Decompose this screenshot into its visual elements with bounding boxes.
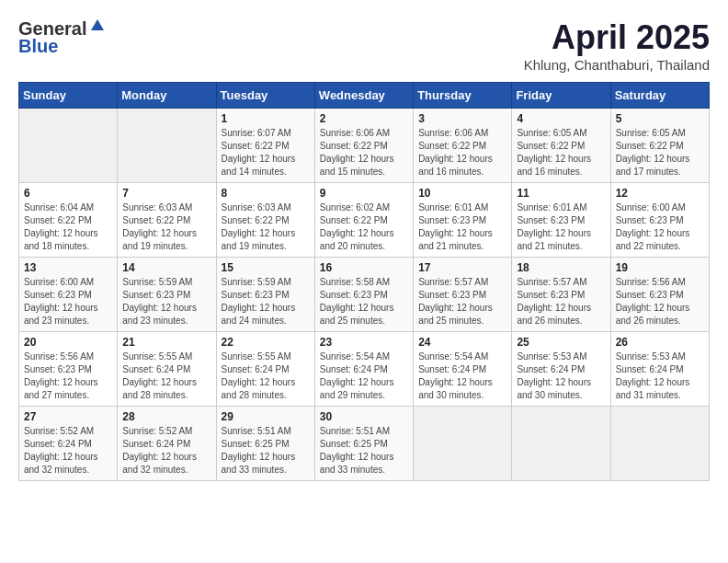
weekday-header: Friday — [512, 83, 610, 109]
header: General Blue April 2025 Khlung, Chanthab… — [18, 18, 710, 73]
day-number: 11 — [517, 187, 605, 200]
calendar-body: 1Sunrise: 6:07 AMSunset: 6:22 PMDaylight… — [19, 109, 710, 481]
day-number: 21 — [122, 336, 210, 349]
day-number: 26 — [616, 336, 704, 349]
calendar-cell — [610, 407, 709, 481]
header-row: SundayMondayTuesdayWednesdayThursdayFrid… — [19, 83, 710, 109]
cell-info: Sunrise: 5:59 AMSunset: 6:23 PMDaylight:… — [222, 276, 310, 327]
calendar-cell — [512, 407, 610, 481]
day-number: 10 — [418, 187, 506, 200]
calendar-cell: 20Sunrise: 5:56 AMSunset: 6:23 PMDayligh… — [19, 332, 118, 407]
calendar-week-row: 1Sunrise: 6:07 AMSunset: 6:22 PMDaylight… — [19, 109, 710, 183]
title-area: April 2025 Khlung, Chanthaburi, Thailand — [524, 18, 710, 73]
cell-info: Sunrise: 5:53 AMSunset: 6:24 PMDaylight:… — [517, 350, 605, 402]
day-number: 29 — [222, 410, 310, 423]
cell-info: Sunrise: 5:52 AMSunset: 6:24 PMDaylight:… — [24, 425, 112, 477]
calendar-cell: 27Sunrise: 5:52 AMSunset: 6:24 PMDayligh… — [19, 407, 118, 481]
calendar-cell: 29Sunrise: 5:51 AMSunset: 6:25 PMDayligh… — [216, 407, 314, 481]
calendar-cell: 7Sunrise: 6:03 AMSunset: 6:22 PMDaylight… — [118, 183, 216, 258]
cell-info: Sunrise: 6:06 AMSunset: 6:22 PMDaylight:… — [320, 127, 408, 178]
calendar-header: SundayMondayTuesdayWednesdayThursdayFrid… — [19, 83, 710, 109]
day-number: 15 — [222, 261, 310, 274]
day-number: 16 — [320, 261, 408, 274]
calendar-subtitle: Khlung, Chanthaburi, Thailand — [524, 57, 710, 73]
calendar-week-row: 6Sunrise: 6:04 AMSunset: 6:22 PMDaylight… — [19, 183, 710, 258]
calendar-cell: 5Sunrise: 6:05 AMSunset: 6:22 PMDaylight… — [610, 109, 709, 183]
cell-info: Sunrise: 5:56 AMSunset: 6:23 PMDaylight:… — [616, 276, 704, 327]
weekday-header: Thursday — [414, 83, 512, 109]
day-number: 23 — [320, 336, 408, 349]
day-number: 17 — [418, 261, 506, 274]
day-number: 12 — [616, 187, 704, 200]
day-number: 30 — [320, 410, 408, 423]
cell-info: Sunrise: 5:54 AMSunset: 6:24 PMDaylight:… — [418, 350, 506, 402]
calendar-cell: 13Sunrise: 6:00 AMSunset: 6:23 PMDayligh… — [19, 258, 118, 332]
cell-info: Sunrise: 6:05 AMSunset: 6:22 PMDaylight:… — [616, 127, 704, 178]
cell-info: Sunrise: 5:55 AMSunset: 6:24 PMDaylight:… — [222, 350, 310, 402]
calendar-cell: 21Sunrise: 5:55 AMSunset: 6:24 PMDayligh… — [118, 332, 216, 407]
calendar-cell: 10Sunrise: 6:01 AMSunset: 6:23 PMDayligh… — [414, 183, 512, 258]
cell-info: Sunrise: 5:52 AMSunset: 6:24 PMDaylight:… — [122, 425, 210, 477]
cell-info: Sunrise: 6:02 AMSunset: 6:22 PMDaylight:… — [320, 201, 408, 253]
cell-info: Sunrise: 5:54 AMSunset: 6:24 PMDaylight:… — [320, 350, 408, 402]
day-number: 2 — [320, 112, 408, 125]
svg-marker-0 — [91, 19, 104, 30]
calendar-cell: 16Sunrise: 5:58 AMSunset: 6:23 PMDayligh… — [314, 258, 413, 332]
calendar-cell: 24Sunrise: 5:54 AMSunset: 6:24 PMDayligh… — [414, 332, 512, 407]
day-number: 25 — [517, 336, 605, 349]
calendar-cell: 25Sunrise: 5:53 AMSunset: 6:24 PMDayligh… — [512, 332, 610, 407]
logo: General Blue — [18, 18, 106, 57]
logo-arrow-icon — [89, 17, 106, 38]
calendar-cell: 26Sunrise: 5:53 AMSunset: 6:24 PMDayligh… — [610, 332, 709, 407]
day-number: 22 — [222, 336, 310, 349]
calendar-cell: 6Sunrise: 6:04 AMSunset: 6:22 PMDaylight… — [19, 183, 118, 258]
calendar-cell: 9Sunrise: 6:02 AMSunset: 6:22 PMDaylight… — [314, 183, 413, 258]
day-number: 4 — [517, 112, 605, 125]
cell-info: Sunrise: 6:00 AMSunset: 6:23 PMDaylight:… — [24, 276, 112, 327]
day-number: 14 — [122, 261, 210, 274]
calendar-week-row: 13Sunrise: 6:00 AMSunset: 6:23 PMDayligh… — [19, 258, 710, 332]
calendar-cell: 1Sunrise: 6:07 AMSunset: 6:22 PMDaylight… — [216, 109, 314, 183]
cell-info: Sunrise: 5:53 AMSunset: 6:24 PMDaylight:… — [616, 350, 704, 402]
calendar-cell — [19, 109, 118, 183]
calendar-cell: 8Sunrise: 6:03 AMSunset: 6:22 PMDaylight… — [216, 183, 314, 258]
calendar-cell: 22Sunrise: 5:55 AMSunset: 6:24 PMDayligh… — [216, 332, 314, 407]
cell-info: Sunrise: 6:01 AMSunset: 6:23 PMDaylight:… — [418, 201, 506, 253]
calendar-cell: 11Sunrise: 6:01 AMSunset: 6:23 PMDayligh… — [512, 183, 610, 258]
cell-info: Sunrise: 6:07 AMSunset: 6:22 PMDaylight:… — [222, 127, 310, 178]
cell-info: Sunrise: 6:06 AMSunset: 6:22 PMDaylight:… — [418, 127, 506, 178]
calendar-week-row: 20Sunrise: 5:56 AMSunset: 6:23 PMDayligh… — [19, 332, 710, 407]
cell-info: Sunrise: 5:57 AMSunset: 6:23 PMDaylight:… — [418, 276, 506, 327]
calendar-cell: 18Sunrise: 5:57 AMSunset: 6:23 PMDayligh… — [512, 258, 610, 332]
calendar-cell: 17Sunrise: 5:57 AMSunset: 6:23 PMDayligh… — [414, 258, 512, 332]
day-number: 27 — [24, 410, 112, 423]
cell-info: Sunrise: 6:00 AMSunset: 6:23 PMDaylight:… — [616, 201, 704, 253]
calendar-title: April 2025 — [524, 18, 710, 57]
cell-info: Sunrise: 6:03 AMSunset: 6:22 PMDaylight:… — [122, 201, 210, 253]
day-number: 9 — [320, 187, 408, 200]
calendar-table: SundayMondayTuesdayWednesdayThursdayFrid… — [18, 82, 710, 481]
calendar-cell: 4Sunrise: 6:05 AMSunset: 6:22 PMDaylight… — [512, 109, 610, 183]
calendar-cell: 23Sunrise: 5:54 AMSunset: 6:24 PMDayligh… — [314, 332, 413, 407]
cell-info: Sunrise: 6:01 AMSunset: 6:23 PMDaylight:… — [517, 201, 605, 253]
day-number: 18 — [517, 261, 605, 274]
weekday-header: Wednesday — [314, 83, 413, 109]
day-number: 3 — [418, 112, 506, 125]
calendar-cell: 19Sunrise: 5:56 AMSunset: 6:23 PMDayligh… — [610, 258, 709, 332]
cell-info: Sunrise: 6:05 AMSunset: 6:22 PMDaylight:… — [517, 127, 605, 178]
calendar-cell — [414, 407, 512, 481]
weekday-header: Sunday — [19, 83, 118, 109]
logo-blue: Blue — [18, 36, 58, 57]
calendar-cell: 14Sunrise: 5:59 AMSunset: 6:23 PMDayligh… — [118, 258, 216, 332]
day-number: 19 — [616, 261, 704, 274]
cell-info: Sunrise: 5:51 AMSunset: 6:25 PMDaylight:… — [320, 425, 408, 477]
day-number: 28 — [122, 410, 210, 423]
day-number: 7 — [122, 187, 210, 200]
calendar-cell: 3Sunrise: 6:06 AMSunset: 6:22 PMDaylight… — [414, 109, 512, 183]
cell-info: Sunrise: 6:03 AMSunset: 6:22 PMDaylight:… — [222, 201, 310, 253]
calendar-week-row: 27Sunrise: 5:52 AMSunset: 6:24 PMDayligh… — [19, 407, 710, 481]
cell-info: Sunrise: 6:04 AMSunset: 6:22 PMDaylight:… — [24, 201, 112, 253]
calendar-cell: 12Sunrise: 6:00 AMSunset: 6:23 PMDayligh… — [610, 183, 709, 258]
cell-info: Sunrise: 5:59 AMSunset: 6:23 PMDaylight:… — [122, 276, 210, 327]
weekday-header: Saturday — [610, 83, 709, 109]
